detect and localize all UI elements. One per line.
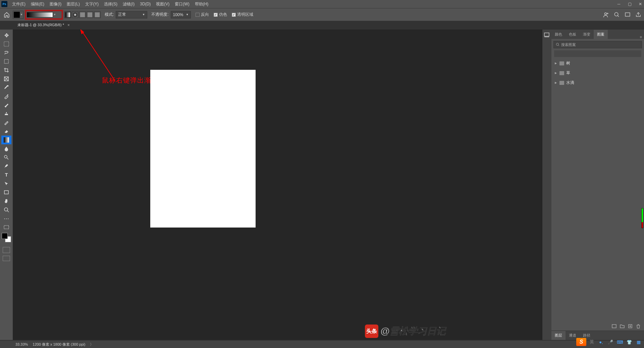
frame-tool[interactable]: [1, 74, 11, 83]
close-tab-icon[interactable]: ×: [67, 23, 70, 28]
healing-brush-tool[interactable]: [1, 92, 11, 101]
status-caret-icon[interactable]: 〉: [90, 342, 94, 347]
document-tab[interactable]: 未标题-1 @ 33.3%(RGB/8) * ×: [15, 21, 72, 30]
move-tool[interactable]: ✥: [1, 31, 11, 40]
menu-3d[interactable]: 3D(D): [137, 1, 153, 7]
brush-tool[interactable]: [1, 101, 11, 109]
ime-skin-icon[interactable]: 👕: [625, 338, 633, 346]
quick-select-tool[interactable]: [1, 57, 11, 66]
menu-select[interactable]: 选择(S): [101, 0, 120, 8]
tab-gradients[interactable]: 渐变: [580, 30, 594, 39]
more-tools-icon[interactable]: ⋯: [1, 214, 11, 223]
ime-mic-icon[interactable]: 🎤: [606, 338, 614, 346]
watermark-text: @雪松学习日记: [380, 325, 446, 338]
ime-lang-button[interactable]: 英: [588, 338, 596, 346]
gradient-tool[interactable]: [1, 136, 11, 144]
dodge-tool[interactable]: [1, 153, 11, 162]
tab-swatches[interactable]: 色板: [566, 30, 580, 39]
delete-icon[interactable]: [636, 324, 641, 329]
new-item-icon[interactable]: [628, 324, 633, 329]
pen-tool[interactable]: [1, 162, 11, 170]
menu-image[interactable]: 图像(I): [47, 0, 64, 8]
opacity-label: 不透明度:: [151, 12, 168, 17]
menu-filter[interactable]: 滤镜(I): [120, 0, 137, 8]
clone-stamp-tool[interactable]: [1, 109, 11, 118]
ime-logo-icon[interactable]: S: [576, 338, 586, 346]
menu-layer[interactable]: 图层(L): [64, 0, 83, 8]
menu-type[interactable]: 文字(Y): [83, 0, 101, 8]
blur-tool[interactable]: [1, 144, 11, 153]
menu-edit[interactable]: 编辑(E): [28, 0, 47, 8]
svg-line-24: [82, 31, 115, 81]
pattern-folder-list: ▶树 ▶草 ▶水滴: [551, 57, 644, 322]
gradient-radial-icon[interactable]: [72, 11, 78, 18]
screen-mode-toggle[interactable]: [3, 256, 10, 261]
eyedropper-tool[interactable]: [1, 83, 11, 92]
svg-rect-2: [80, 12, 85, 17]
folder-icon: [559, 71, 564, 75]
home-button[interactable]: [3, 11, 11, 19]
gradient-diamond-icon[interactable]: [94, 11, 101, 18]
svg-line-22: [7, 211, 9, 212]
ime-toolbox-icon[interactable]: ▦: [635, 338, 643, 346]
color-swatches[interactable]: [2, 233, 11, 242]
quick-mask-toggle[interactable]: [3, 247, 10, 253]
new-folder-icon[interactable]: [620, 324, 625, 329]
rectangle-tool[interactable]: [1, 188, 11, 197]
foreground-color[interactable]: [2, 233, 8, 239]
cloud-user-icon[interactable]: [603, 12, 609, 18]
eraser-tool[interactable]: [1, 127, 11, 136]
dock-icon[interactable]: [544, 32, 550, 39]
opacity-input[interactable]: 100%▼: [171, 11, 191, 18]
pattern-folder[interactable]: ▶草: [554, 68, 641, 78]
history-brush-tool[interactable]: [1, 118, 11, 127]
svg-point-18: [4, 155, 7, 158]
menu-window[interactable]: 窗口(W): [172, 0, 192, 8]
ime-toolbar: S 英 ●, 🎤 ⌨ 👕 ▦: [576, 337, 643, 347]
window-close-icon[interactable]: ✕: [638, 2, 643, 6]
status-dimensions: 1200 像素 x 1800 像素 (300 ppi): [33, 342, 85, 347]
dither-checkbox[interactable]: ✓仿色: [214, 12, 227, 17]
right-panel-group: 颜色 色板 渐变 图案 ≡ 搜索图案 ▶树 ▶草 ▶水滴: [542, 30, 644, 340]
crop-tool[interactable]: [1, 66, 11, 74]
gradient-preview: [27, 12, 53, 17]
gradient-reflected-icon[interactable]: [87, 11, 93, 18]
reverse-checkbox[interactable]: 反向: [196, 12, 209, 17]
tab-layers[interactable]: 图层: [551, 331, 566, 340]
transparency-checkbox[interactable]: ✓透明区域: [232, 12, 253, 17]
menu-file[interactable]: 文件(E): [9, 0, 28, 8]
artboard-canvas[interactable]: [150, 70, 256, 228]
tab-patterns[interactable]: 图案: [594, 30, 608, 39]
arrange-docs-icon[interactable]: [625, 12, 631, 18]
gradient-angle-icon[interactable]: [79, 11, 86, 18]
edit-toolbar-icon[interactable]: [1, 223, 11, 232]
svg-point-21: [4, 208, 8, 211]
ime-punct-icon[interactable]: ●,: [597, 338, 605, 346]
pattern-search-input[interactable]: 搜索图案: [553, 41, 642, 48]
type-tool[interactable]: T: [1, 170, 11, 179]
window-minimize-icon[interactable]: ─: [616, 2, 621, 6]
hand-tool[interactable]: [1, 197, 11, 205]
blend-mode-select[interactable]: 正常▼: [116, 11, 147, 18]
pattern-folder[interactable]: ▶树: [554, 58, 641, 68]
panel-menu-icon[interactable]: ≡: [638, 35, 644, 39]
gradient-linear-icon[interactable]: [64, 11, 71, 18]
share-icon[interactable]: [635, 12, 641, 18]
gradient-preset-picker[interactable]: ▼: [25, 10, 62, 19]
status-zoom[interactable]: 33.33%: [15, 342, 28, 346]
search-icon[interactable]: [614, 12, 620, 18]
gradient-tool-swatch[interactable]: ▼: [13, 11, 23, 19]
path-select-tool[interactable]: [1, 179, 11, 188]
save-preset-icon[interactable]: [612, 324, 616, 329]
menu-view[interactable]: 视图(V): [153, 0, 172, 8]
lasso-tool[interactable]: [1, 48, 11, 57]
marquee-tool[interactable]: [1, 40, 11, 48]
menu-help[interactable]: 帮助(H): [192, 0, 211, 8]
tab-color[interactable]: 颜色: [551, 30, 566, 39]
ime-keyboard-icon[interactable]: ⌨: [616, 338, 624, 346]
canvas-area[interactable]: 鼠标右键弹出渐变编辑器: [13, 30, 542, 340]
svg-point-5: [605, 13, 607, 15]
zoom-tool[interactable]: [1, 205, 11, 214]
window-maximize-icon[interactable]: ▢: [627, 2, 632, 6]
pattern-folder[interactable]: ▶水滴: [554, 78, 641, 88]
